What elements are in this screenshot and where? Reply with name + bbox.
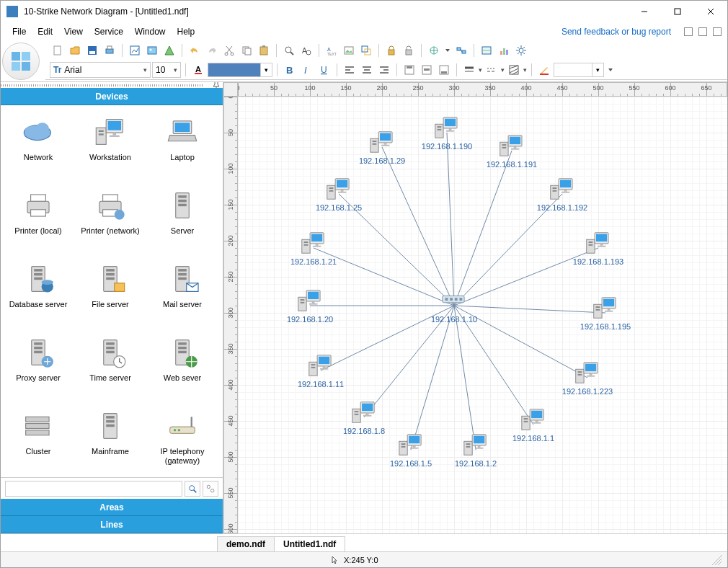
lock-icon[interactable] <box>383 43 399 58</box>
device-item-server[interactable]: Server <box>146 183 218 254</box>
device-item-printer-net[interactable]: Printer (network) <box>74 183 146 254</box>
bold-icon[interactable]: B <box>282 62 298 78</box>
valign-middle-icon[interactable] <box>419 62 435 78</box>
device-item-file-server[interactable]: File server <box>74 257 146 327</box>
line-color-icon[interactable] <box>536 62 552 78</box>
device-search-button[interactable] <box>185 481 200 497</box>
connect-icon[interactable] <box>453 43 469 58</box>
diagram-node[interactable]: 192.168.1.21 <box>290 230 337 266</box>
menu-edit[interactable]: Edit <box>32 25 58 39</box>
open-file-icon[interactable] <box>67 43 83 58</box>
find-text-icon[interactable]: A <box>298 43 314 58</box>
diagram-node[interactable]: 192.168.1.190 <box>422 115 472 151</box>
device-item-laptop[interactable]: Laptop <box>146 110 218 180</box>
diagram-node[interactable]: 192.168.1.5 <box>390 432 432 468</box>
document-tab[interactable]: demo.ndf <box>217 536 275 551</box>
menu-window[interactable]: Window <box>129 25 172 39</box>
device-item-proxy-server[interactable]: Proxy server <box>2 330 74 401</box>
copy-icon[interactable] <box>239 43 254 58</box>
diagram-node[interactable]: 192.168.1.193 <box>573 230 623 266</box>
diagram-node[interactable]: 192.168.1.11 <box>298 352 344 389</box>
chart-icon[interactable] <box>496 43 512 58</box>
device-item-workstation[interactable]: Workstation <box>74 110 146 180</box>
valign-top-icon[interactable] <box>401 62 417 78</box>
panel-drag-handle[interactable] <box>1 82 223 88</box>
mdi-close-button[interactable] <box>713 27 722 36</box>
device-item-printer[interactable]: Printer (local) <box>2 183 74 254</box>
diagram-node[interactable]: 192.168.1.2 <box>455 432 497 468</box>
line-style-icon[interactable] <box>461 62 477 78</box>
device-item-cloud[interactable]: Network <box>2 110 74 180</box>
device-item-db-server[interactable]: Database server <box>2 257 74 327</box>
document-tab[interactable]: Untitled1.ndf <box>274 536 345 551</box>
diagram-node[interactable]: 192.168.1.192 <box>537 176 587 212</box>
diagram-node[interactable]: 192.168.1.8 <box>343 399 385 435</box>
window-maximize-button[interactable] <box>661 1 694 22</box>
image-icon[interactable] <box>144 43 160 58</box>
diagram-node[interactable]: 192.168.1.195 <box>580 295 631 331</box>
device-settings-button[interactable] <box>203 481 218 497</box>
export-image-icon[interactable] <box>127 43 143 58</box>
italic-icon[interactable]: I <box>299 62 315 78</box>
device-search-input[interactable] <box>5 481 182 497</box>
diagram-node[interactable]: 192.168.1.29 <box>359 129 405 165</box>
font-size-combo[interactable]: 10 ▾ <box>152 62 181 78</box>
mdi-restore-button[interactable] <box>698 27 707 36</box>
diagram-node[interactable]: 192.168.1.20 <box>287 288 333 324</box>
device-item-ip-gateway[interactable]: IP telephony (gateway) <box>146 404 218 474</box>
text-tool-icon[interactable]: ATEXT <box>324 43 339 58</box>
find-icon[interactable] <box>281 43 297 58</box>
valign-bottom-icon[interactable] <box>436 62 452 78</box>
fill-pattern-icon[interactable] <box>506 62 522 78</box>
device-item-mainframe[interactable]: Mainframe <box>74 404 146 474</box>
device-item-web-server[interactable]: Web sever <box>146 330 218 401</box>
cut-icon[interactable] <box>221 43 237 58</box>
menu-view[interactable]: View <box>58 25 89 39</box>
line-color-combo[interactable]: ▾ <box>554 63 604 77</box>
save-icon[interactable] <box>84 43 100 58</box>
paste-icon[interactable] <box>256 43 272 58</box>
resize-grip[interactable] <box>711 555 722 565</box>
device-item-cluster[interactable]: Cluster <box>2 404 74 474</box>
align-right-icon[interactable] <box>376 62 392 78</box>
line-dash-icon[interactable] <box>484 62 500 78</box>
window-minimize-button[interactable] <box>628 1 661 22</box>
menu-file[interactable]: File <box>6 25 32 39</box>
fill-color-combo[interactable]: ▾ <box>208 63 272 77</box>
diagram-node-hub[interactable]: 192.168.1.10 <box>431 288 477 324</box>
diagram-canvas[interactable]: 192.168.1.10192.168.1.190192.168.1.29192… <box>238 97 727 533</box>
redo-icon[interactable] <box>204 43 220 58</box>
device-item-mail-server[interactable]: Mail server <box>146 257 218 327</box>
scan-icon[interactable] <box>426 43 442 58</box>
scan-arrow-icon[interactable] <box>443 43 452 58</box>
lines-panel-header[interactable]: Lines <box>1 516 223 533</box>
toolbar-options-icon[interactable] <box>605 62 616 78</box>
align-left-icon[interactable] <box>342 62 358 78</box>
font-family-combo[interactable]: Tr Arial ▾ <box>50 62 151 78</box>
diagram-node[interactable]: 192.168.1.25 <box>316 176 362 212</box>
devices-panel-header[interactable]: Devices <box>1 88 223 105</box>
undo-icon[interactable] <box>187 43 203 58</box>
device-item-time-server[interactable]: Time server <box>74 330 146 401</box>
new-file-icon[interactable] <box>50 43 66 58</box>
areas-panel-header[interactable]: Areas <box>1 499 223 516</box>
menu-service[interactable]: Service <box>89 25 129 39</box>
mdi-minimize-button[interactable] <box>684 27 693 36</box>
insert-image-icon[interactable] <box>341 43 357 58</box>
group-icon[interactable] <box>358 43 374 58</box>
diagram-node[interactable]: 192.168.1.191 <box>487 133 537 169</box>
window-close-button[interactable] <box>694 1 727 22</box>
print-icon[interactable] <box>102 43 117 58</box>
settings-icon[interactable] <box>513 43 529 58</box>
shape-icon[interactable] <box>161 43 177 58</box>
unlock-icon[interactable] <box>401 43 417 58</box>
font-color-icon[interactable]: A <box>190 62 206 78</box>
diagram-node[interactable]: 192.168.1.1 <box>512 407 554 443</box>
map-icon[interactable] <box>479 43 494 58</box>
menu-help[interactable]: Help <box>172 25 201 39</box>
feedback-link[interactable]: Send feedback or bug report <box>561 27 671 37</box>
diagram-node[interactable]: 192.168.1.223 <box>562 360 613 396</box>
devices-grid[interactable]: NetworkWorkstationLaptopPrinter (local)P… <box>1 105 223 477</box>
align-center-icon[interactable] <box>359 62 375 78</box>
underline-icon[interactable]: U <box>316 62 332 78</box>
